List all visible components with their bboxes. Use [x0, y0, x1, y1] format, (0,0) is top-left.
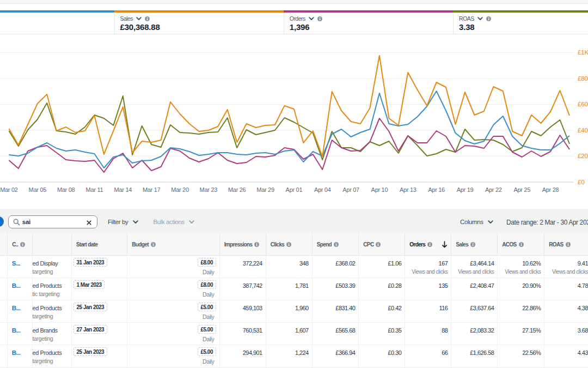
svg-text:£0: £0	[578, 179, 584, 185]
svg-text:Mar 23: Mar 23	[200, 186, 218, 193]
svg-text:Mar 08: Mar 08	[57, 186, 75, 193]
svg-text:Mar 20: Mar 20	[171, 186, 189, 193]
svg-text:Apr 07: Apr 07	[342, 186, 359, 193]
svg-text:Mar 26: Mar 26	[228, 186, 246, 193]
svg-text:Apr 28: Apr 28	[542, 186, 559, 193]
svg-text:Mar 14: Mar 14	[114, 186, 132, 193]
svg-text:Apr 16: Apr 16	[428, 186, 445, 193]
svg-text:Apr 04: Apr 04	[314, 186, 331, 193]
svg-text:Apr 01: Apr 01	[286, 186, 303, 193]
svg-text:Mar 29: Mar 29	[256, 186, 274, 193]
svg-text:Apr 22: Apr 22	[485, 186, 502, 193]
svg-text:Mar 05: Mar 05	[29, 186, 47, 193]
svg-text:£400: £400	[578, 127, 588, 134]
svg-text:Apr 13: Apr 13	[400, 186, 416, 193]
svg-text:Apr 19: Apr 19	[457, 186, 474, 193]
svg-text:Apr 10: Apr 10	[371, 186, 388, 193]
svg-text:Mar 02: Mar 02	[0, 186, 18, 193]
svg-text:£200: £200	[578, 153, 588, 159]
svg-text:Mar 11: Mar 11	[86, 186, 103, 193]
svg-text:Mar 17: Mar 17	[143, 186, 161, 193]
svg-text:£1K: £1K	[578, 49, 588, 56]
svg-text:Apr 25: Apr 25	[513, 186, 530, 193]
svg-text:£600: £600	[578, 101, 588, 107]
svg-text:£800: £800	[578, 75, 588, 82]
